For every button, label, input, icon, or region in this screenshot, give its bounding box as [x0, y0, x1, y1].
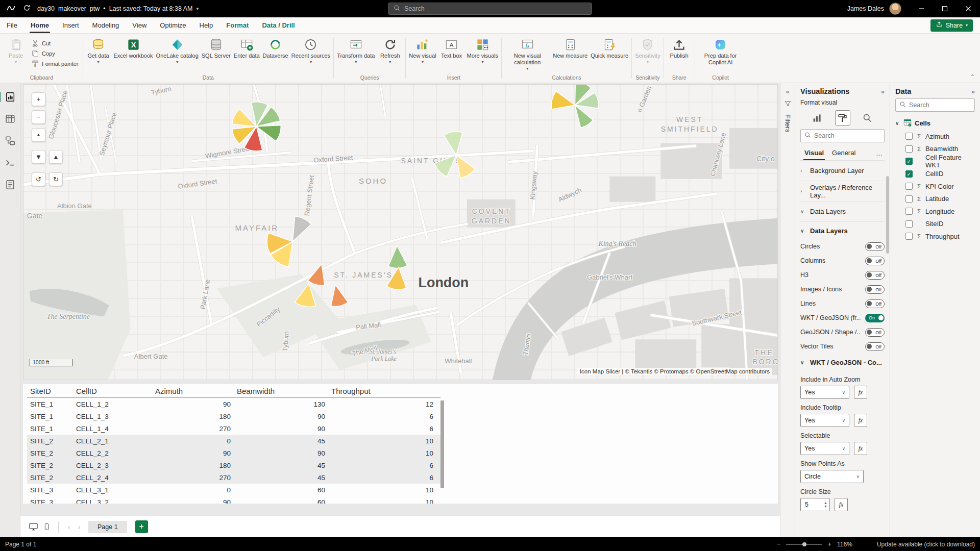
toggle-images-icons[interactable]: Off	[865, 285, 885, 294]
ribbon-button-onelake-catalog[interactable]: OneLake catalog▾	[155, 36, 200, 66]
zoom-in-button[interactable]: +	[827, 540, 831, 548]
field-row-azimuth[interactable]: ΣAzimuth	[895, 130, 975, 143]
dax-query-view-button[interactable]	[4, 156, 17, 169]
menu-tab-file[interactable]: File	[0, 17, 24, 33]
more-options-icon[interactable]: …	[876, 149, 885, 157]
menu-tab-home[interactable]: Home	[24, 17, 56, 33]
spinner-arrows-icon[interactable]: ▲▼	[824, 501, 827, 508]
wkt-geojson-card-header[interactable]: ∨WKT / GeoJSON - Co...	[800, 354, 885, 371]
field-checkbox[interactable]: ✓	[905, 158, 913, 165]
toggle-columns[interactable]: Off	[865, 257, 885, 265]
viz-search-input[interactable]: Search	[800, 129, 885, 142]
ribbon-button-quick-measure[interactable]: Quick measure	[589, 36, 630, 61]
field-row-throughput[interactable]: ΣThroughput	[895, 230, 975, 243]
share-button[interactable]: Share ▾	[930, 19, 973, 32]
ribbon-button-format-painter[interactable]: Format painter	[31, 60, 79, 68]
ribbon-button-excel-workbook[interactable]: XExcel workbook	[112, 36, 155, 61]
fx-button-include-in-auto-zoom[interactable]: fx	[854, 386, 867, 399]
zoom-slider-knob[interactable]	[802, 542, 806, 546]
sync-icon[interactable]	[22, 4, 31, 14]
collapse-data-icon[interactable]: »	[971, 88, 975, 95]
column-header-beamwidth[interactable]: Beamwidth	[234, 387, 328, 395]
toggle-geojson-shape[interactable]: Off	[865, 328, 885, 337]
data-layers-card-header[interactable]: ∨Data Layers	[800, 222, 885, 239]
ribbon-button-more-visuals[interactable]: More visuals▾	[465, 36, 500, 66]
ribbon-button-paste[interactable]: Paste▾	[2, 36, 30, 66]
collapse-visualizations-icon[interactable]: »	[881, 88, 885, 95]
column-header-azimuth[interactable]: Azimuth	[152, 387, 234, 395]
column-header-siteid[interactable]: SiteID	[27, 387, 73, 395]
dropdown-include-in-auto-zoom[interactable]: Yes∨	[800, 386, 849, 399]
menu-tab-insert[interactable]: Insert	[56, 17, 86, 33]
table-row[interactable]: SITE_2CELL_2_3180456	[27, 459, 440, 471]
viz-tab-general[interactable]: General	[828, 146, 860, 160]
dropdown-show-points-as[interactable]: Circle∨	[800, 470, 864, 483]
ribbon-button-refresh[interactable]: Refresh▾	[376, 36, 404, 66]
table-visual[interactable]: SiteIDCellIDAzimuthBeamwidthThroughput S…	[23, 384, 778, 504]
model-view-button[interactable]	[4, 134, 17, 147]
analytics-icon[interactable]	[860, 110, 875, 126]
icon-map-visual[interactable]: Gloucester PlaceTyburnSeymour PlaceWigmo…	[23, 84, 778, 380]
report-view-button[interactable]	[4, 90, 17, 104]
expand-filters-icon[interactable]: «	[786, 88, 790, 95]
format-section-overlays-reference-lay[interactable]: ›Overlays / Reference Lay...	[800, 181, 885, 202]
tmdl-view-button[interactable]	[4, 178, 17, 191]
field-checkbox[interactable]	[905, 183, 913, 190]
pitch-button[interactable]: ▲	[32, 128, 45, 142]
table-row[interactable]: SITE_1CELL_1_3180906	[27, 410, 440, 422]
column-header-cellid[interactable]: CellID	[73, 387, 152, 395]
rotate-right-button[interactable]: ↻	[49, 172, 63, 186]
ribbon-button-copy[interactable]: Copy	[31, 49, 79, 58]
ribbon-button-new-visual-calculation[interactable]: fxNew visual calculation▾	[503, 36, 551, 73]
menu-tab-view[interactable]: View	[126, 17, 153, 33]
menu-tab-data-drill[interactable]: Data / Drill	[255, 17, 301, 33]
table-row[interactable]: SITE_3CELL_3_2906010	[27, 496, 440, 504]
data-table-cells[interactable]: ∨Cells	[895, 116, 975, 130]
field-checkbox[interactable]	[905, 233, 913, 240]
add-page-button[interactable]: +	[135, 520, 148, 533]
tilt-down-button[interactable]: ▼	[32, 150, 45, 164]
menu-tab-modeling[interactable]: Modeling	[86, 17, 126, 33]
fx-button-selectable[interactable]: fx	[854, 442, 867, 455]
format-section-data-layers[interactable]: ∨Data Layers	[800, 202, 885, 222]
ribbon-button-prep-data-for-copilot-ai[interactable]: Prep data for Copilot AI	[697, 36, 745, 68]
ribbon-button-sensitivity[interactable]: Sensitivity▾	[633, 36, 662, 66]
menu-tab-optimize[interactable]: Optimize	[153, 17, 192, 33]
ribbon-button-recent-sources[interactable]: Recent sources▾	[290, 36, 332, 66]
field-row-cellid[interactable]: ✓CellID	[895, 168, 975, 181]
menu-tab-format[interactable]: Format	[219, 17, 255, 33]
ribbon-button-new-visual[interactable]: New visual▾	[407, 36, 437, 66]
ribbon-button-transform-data[interactable]: Transform data▾	[335, 36, 376, 66]
fx-button-circle-size[interactable]: fx	[835, 498, 848, 511]
field-row-kpi-color[interactable]: ΣKPI Color	[895, 180, 975, 193]
table-row[interactable]: SITE_1CELL_1_4270906	[27, 422, 440, 435]
build-visual-icon[interactable]	[810, 110, 825, 126]
zoom-out-button[interactable]: −	[32, 110, 45, 124]
table-row[interactable]: SITE_2CELL_2_4270456	[27, 471, 440, 484]
toggle-circles[interactable]: Off	[865, 242, 885, 251]
fx-button-include-tooltip[interactable]: fx	[854, 414, 867, 427]
update-available-link[interactable]: Update available (click to download)	[877, 541, 975, 548]
page-tab-page-1[interactable]: Page 1	[88, 521, 127, 533]
table-scrollbar[interactable]	[440, 400, 444, 488]
filters-pane-label[interactable]: Filters	[784, 114, 792, 132]
table-row[interactable]: SITE_2CELL_2_2909010	[27, 447, 440, 459]
ribbon-button-publish[interactable]: Publish	[666, 36, 693, 61]
field-row-latitude[interactable]: ΣLatitude	[895, 193, 975, 206]
toggle-wkt-geojson-fr[interactable]: On	[865, 314, 885, 322]
ribbon-button-new-measure[interactable]: New measure	[551, 36, 589, 61]
format-visual-icon[interactable]	[835, 110, 850, 126]
field-checkbox[interactable]	[905, 145, 913, 153]
menu-tab-help[interactable]: Help	[193, 17, 220, 33]
ribbon-button-dataverse[interactable]: Dataverse	[261, 36, 290, 61]
format-section-background-layer[interactable]: ›Background Layer	[800, 161, 885, 181]
table-row[interactable]: SITE_2CELL_2_104510	[27, 435, 440, 447]
ribbon-button-text-box[interactable]: AText box	[438, 36, 465, 61]
desktop-layout-icon[interactable]	[27, 520, 40, 534]
field-checkbox[interactable]: ✓	[905, 170, 913, 178]
document-title[interactable]: day30_makeover_ptw • Last saved: Today a…	[37, 5, 199, 12]
maximize-button[interactable]	[933, 0, 957, 17]
field-checkbox[interactable]	[905, 208, 913, 215]
user-name[interactable]: James Dales	[847, 5, 884, 12]
global-search-input[interactable]: Search	[388, 3, 592, 15]
